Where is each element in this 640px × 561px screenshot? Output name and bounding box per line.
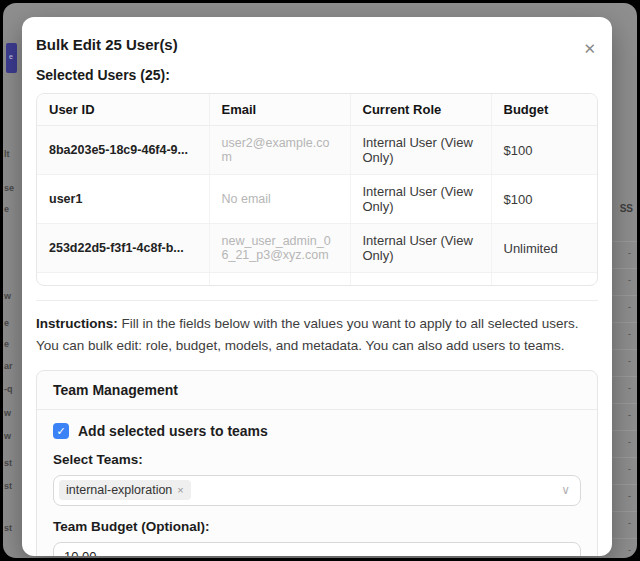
instructions-label: Instructions:	[36, 316, 118, 331]
background-row-divider	[611, 322, 637, 323]
team-budget-label: Team Budget (Optional):	[53, 519, 581, 534]
selected-users-table: User ID Email Current Role Budget 8ba203…	[37, 94, 598, 286]
background-accent-button-fragment: e	[6, 43, 17, 73]
table-row: 5dbd2335-cdd6-47ca-b...interInternal Use…	[37, 273, 598, 287]
add-users-to-teams-row: ✓ Add selected users to teams	[53, 423, 581, 439]
team-management-card: Team Management ✓ Add selected users to …	[36, 370, 598, 556]
table-row: 253d22d5-f3f1-4c8f-b...new_user_admin_06…	[37, 224, 598, 273]
background-dash-fragment: -	[628, 248, 631, 258]
table-row: user1No emailInternal User (View Only)$1…	[37, 175, 598, 224]
background-dash-fragment: -	[628, 437, 631, 447]
background-row-divider	[611, 268, 637, 269]
background-dash-fragment: -	[628, 410, 631, 420]
cell-budget: Unlimited	[491, 224, 598, 273]
background-text-fragment: st	[4, 523, 12, 533]
background-text-fragment: ar	[4, 361, 13, 371]
instructions-body: Fill in the fields below with the values…	[36, 316, 579, 353]
column-header-current-role: Current Role	[350, 94, 491, 126]
background-text-fragment: se	[4, 183, 14, 193]
cell-role: Internal User (View Only)	[350, 273, 491, 287]
background-text-fragment: -q	[4, 384, 13, 394]
team-management-heading: Team Management	[37, 371, 597, 410]
background-row-divider	[611, 349, 637, 350]
cell-userid: user1	[37, 175, 209, 224]
remove-team-tag-icon[interactable]: ×	[177, 484, 183, 496]
background-table-header-fragment: SS	[620, 203, 633, 214]
background-row-divider	[611, 430, 637, 431]
add-users-checkbox-label: Add selected users to teams	[78, 423, 268, 439]
table-header-row: User ID Email Current Role Budget	[37, 94, 598, 126]
background-row-divider	[611, 241, 637, 242]
cell-email: No email	[209, 175, 350, 224]
cell-email: user2@example.com	[209, 126, 350, 175]
selected-users-table-container[interactable]: User ID Email Current Role Budget 8ba203…	[36, 93, 598, 286]
background-dash-fragment: -	[628, 518, 631, 528]
chevron-down-icon: ∨	[561, 483, 570, 497]
modal-title: Bulk Edit 25 User(s)	[36, 36, 598, 53]
team-management-body: ✓ Add selected users to teams Select Tea…	[37, 410, 597, 556]
background-text-fragment: w	[4, 291, 11, 301]
cell-userid: 5dbd2335-cdd6-47ca-b...	[37, 273, 209, 287]
select-teams-label: Select Teams:	[53, 452, 581, 467]
background-text-fragment: lt	[4, 149, 10, 159]
background-row-divider	[611, 403, 637, 404]
cell-userid: 253d22d5-f3f1-4c8f-b...	[37, 224, 209, 273]
section-divider	[36, 300, 598, 301]
background-text-fragment: e	[4, 318, 9, 328]
cell-role: Internal User (View Only)	[350, 224, 491, 273]
selected-team-tag: internal-exploration ×	[59, 480, 191, 500]
background-row-divider	[611, 376, 637, 377]
background-dash-fragment: -	[628, 545, 631, 555]
selected-team-tag-label: internal-exploration	[66, 483, 172, 497]
background-row-divider	[611, 511, 637, 512]
cell-budget: $100	[491, 175, 598, 224]
add-users-checkbox[interactable]: ✓	[53, 423, 69, 439]
table-row: 8ba203e5-18c9-46f4-9...user2@example.com…	[37, 126, 598, 175]
column-header-email: Email	[209, 94, 350, 126]
cell-email: new_user_admin_06_21_p3@xyz.com	[209, 224, 350, 273]
background-dash-fragment: -	[628, 356, 631, 366]
cell-budget: $100	[491, 126, 598, 175]
cell-role: Internal User (View Only)	[350, 126, 491, 175]
column-header-budget: Budget	[491, 94, 598, 126]
background-text-fragment: w	[4, 408, 11, 418]
cell-userid: 8ba203e5-18c9-46f4-9...	[37, 126, 209, 175]
background-text-fragment: e	[4, 339, 9, 349]
teams-multiselect[interactable]: internal-exploration × ∨	[53, 475, 581, 506]
background-row-divider	[611, 457, 637, 458]
background-text-fragment: w	[4, 431, 11, 441]
background-row-divider	[611, 295, 637, 296]
background-dash-fragment: -	[628, 302, 631, 312]
close-icon[interactable]: ✕	[583, 41, 596, 56]
background-text-fragment: e	[4, 204, 9, 214]
background-dash-fragment: -	[628, 383, 631, 393]
instructions-text: Instructions: Fill in the fields below w…	[36, 313, 598, 358]
background-dash-fragment: -	[628, 329, 631, 339]
cell-role: Internal User (View Only)	[350, 175, 491, 224]
background-dash-fragment: -	[628, 464, 631, 474]
team-budget-input[interactable]	[53, 542, 581, 556]
cell-email: inter	[209, 273, 350, 287]
bulk-edit-modal: ✕ Bulk Edit 25 User(s) Selected Users (2…	[22, 17, 612, 556]
background-text-fragment: st	[4, 458, 12, 468]
background-row-divider	[611, 484, 637, 485]
background-text-fragment: st	[4, 481, 12, 491]
selected-users-heading: Selected Users (25):	[36, 67, 598, 83]
background-dash-fragment: -	[628, 275, 631, 285]
cell-budget: Unlimited	[491, 273, 598, 287]
background-row-divider	[611, 538, 637, 539]
background-dash-fragment: -	[628, 491, 631, 501]
column-header-user-id: User ID	[37, 94, 209, 126]
